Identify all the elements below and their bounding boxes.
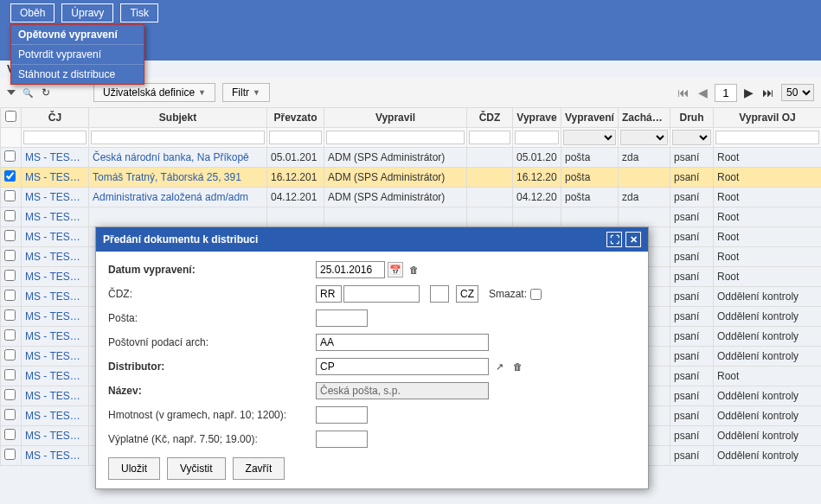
search-icon[interactable]: [22, 86, 35, 99]
table-row[interactable]: MS - TEST000Česká národní banka, Na Přík…: [1, 148, 822, 168]
cell-cj[interactable]: MS - TEST003: [22, 367, 89, 386]
col-vypr[interactable]: Vypravil: [324, 108, 467, 128]
dropdown-confirm[interactable]: Potvrdit vypravení: [11, 44, 144, 64]
cell-cj[interactable]: MS - TEST003: [22, 347, 89, 367]
row-checkbox[interactable]: [4, 230, 16, 241]
lookup-icon[interactable]: ↗: [491, 359, 507, 374]
cell-cj[interactable]: MS - TEST003: [22, 207, 89, 227]
col-prev[interactable]: Převzato: [267, 108, 324, 128]
cell-cj[interactable]: MS - TEST003: [22, 406, 89, 426]
filter-button[interactable]: Filtr▼: [222, 83, 270, 102]
refresh-icon[interactable]: [42, 86, 54, 99]
save-button[interactable]: Uložit: [108, 457, 160, 480]
row-checkbox[interactable]: [4, 389, 16, 400]
input-arch[interactable]: [316, 334, 489, 351]
col-druh[interactable]: Druh: [670, 108, 714, 128]
checkbox-smazat[interactable]: [530, 289, 542, 300]
menu-upravy[interactable]: Úpravy: [61, 3, 113, 22]
pager-last[interactable]: ⏭: [760, 86, 776, 99]
col-subj[interactable]: Subjekt: [89, 108, 267, 128]
cell-cj[interactable]: MS - TEST002: [22, 386, 89, 406]
dropdown-download[interactable]: Stáhnout z distribuce: [11, 64, 144, 84]
clear-date-icon[interactable]: 🗑: [406, 262, 421, 278]
cell-subj[interactable]: Česká národní banka, Na Příkopě: [89, 148, 267, 168]
pager-first[interactable]: ⏮: [676, 86, 691, 99]
modal-titlebar[interactable]: Předání dokumentu k distribuci ⛶ ✕: [96, 227, 648, 252]
table-row[interactable]: MS - TEST003psaníRoot: [1, 207, 822, 227]
filter-vypr[interactable]: [326, 131, 465, 144]
filter-vypm[interactable]: [563, 130, 616, 145]
filter-prev[interactable]: [269, 131, 322, 144]
row-checkbox[interactable]: [4, 329, 16, 341]
col-vypd[interactable]: Vyprave: [513, 108, 561, 128]
cell-subj[interactable]: Tomáš Tratný, Táborská 25, 391: [89, 168, 267, 188]
input-cdz-num[interactable]: [343, 285, 420, 303]
row-checkbox[interactable]: [4, 309, 16, 321]
row-checkbox[interactable]: [4, 429, 16, 440]
expand-icon[interactable]: [7, 90, 16, 95]
table-row[interactable]: MS - TEST003Administrativa založená adm/…: [1, 188, 822, 207]
pager-next[interactable]: ▶: [742, 86, 755, 99]
row-checkbox[interactable]: [4, 250, 16, 261]
input-cdz-country[interactable]: [456, 285, 478, 303]
input-postage[interactable]: [316, 431, 368, 448]
dropdown-again[interactable]: Opětovné vypravení: [11, 25, 144, 44]
row-checkbox[interactable]: [4, 290, 16, 301]
col-voj[interactable]: Vypravil OJ: [714, 108, 822, 128]
cell-cj[interactable]: MS - TEST003: [22, 188, 89, 207]
cell-subj[interactable]: [89, 207, 267, 227]
clear-button[interactable]: Vyčistit: [167, 457, 226, 480]
menu-obeh[interactable]: Oběh: [10, 3, 55, 22]
cell-subj[interactable]: Administrativa založená adm/adm: [89, 188, 267, 207]
pager-prev[interactable]: ◀: [696, 86, 709, 99]
filter-subj[interactable]: [91, 131, 265, 144]
cell-vypd: 05.01.20: [513, 148, 561, 168]
cell-cj[interactable]: MS - TEST003: [22, 247, 89, 267]
filter-druh[interactable]: [672, 130, 711, 145]
row-checkbox[interactable]: [4, 190, 16, 201]
userdef-button[interactable]: Uživatelská definice▼: [93, 83, 215, 102]
clear-dist-icon[interactable]: 🗑: [510, 359, 525, 374]
cell-cj[interactable]: MS - TEST003: [22, 287, 89, 307]
input-weight[interactable]: [316, 406, 368, 424]
filter-cj[interactable]: [23, 131, 87, 144]
cell-cj[interactable]: MS - TEST000: [22, 148, 89, 168]
calendar-icon[interactable]: 📅: [388, 262, 403, 278]
row-checkbox[interactable]: [4, 210, 16, 221]
filter-voj[interactable]: [715, 131, 819, 144]
col-zach[interactable]: Zacházen: [619, 108, 670, 128]
cell-cj[interactable]: MS - TEST003: [22, 426, 89, 446]
modal-close-x[interactable]: ✕: [625, 232, 641, 247]
filter-zach[interactable]: [620, 130, 668, 145]
input-cdz-prefix[interactable]: [316, 285, 342, 303]
row-checkbox[interactable]: [4, 409, 16, 420]
row-checkbox[interactable]: [4, 349, 16, 360]
cell-cj[interactable]: MS - TEST003: [22, 168, 89, 188]
cell-cj[interactable]: MS - TEST003: [22, 307, 89, 327]
close-button[interactable]: Zavřít: [233, 457, 285, 480]
cell-cj[interactable]: MS - TEST003: [22, 327, 89, 347]
menu-tisk[interactable]: Tisk: [120, 3, 158, 22]
cell-cj[interactable]: MS - TEST002: [22, 446, 89, 466]
col-vypm[interactable]: Vypravení: [561, 108, 619, 128]
row-checkbox[interactable]: [4, 270, 16, 281]
input-dist[interactable]: [316, 358, 489, 375]
row-checkbox[interactable]: [4, 449, 16, 460]
table-row[interactable]: MS - TEST003Tomáš Tratný, Táborská 25, 3…: [1, 168, 822, 188]
col-cj[interactable]: ČJ: [22, 108, 89, 128]
row-checkbox[interactable]: [4, 369, 16, 380]
cell-cj[interactable]: MS - TEST003: [22, 267, 89, 287]
modal-maximize[interactable]: ⛶: [606, 232, 622, 247]
input-cdz-extra[interactable]: [430, 285, 449, 303]
input-date[interactable]: [316, 261, 385, 278]
pager-page[interactable]: [715, 84, 737, 102]
cell-cj[interactable]: MS - TEST003: [22, 227, 89, 247]
select-all[interactable]: [5, 111, 16, 122]
row-checkbox[interactable]: [4, 150, 16, 162]
row-checkbox[interactable]: [4, 170, 16, 182]
filter-cdz[interactable]: [469, 131, 510, 144]
col-cdz[interactable]: ČDZ: [467, 108, 513, 128]
input-posta[interactable]: [316, 309, 368, 327]
filter-vypd[interactable]: [515, 131, 559, 144]
pager-size[interactable]: 50: [781, 84, 814, 101]
